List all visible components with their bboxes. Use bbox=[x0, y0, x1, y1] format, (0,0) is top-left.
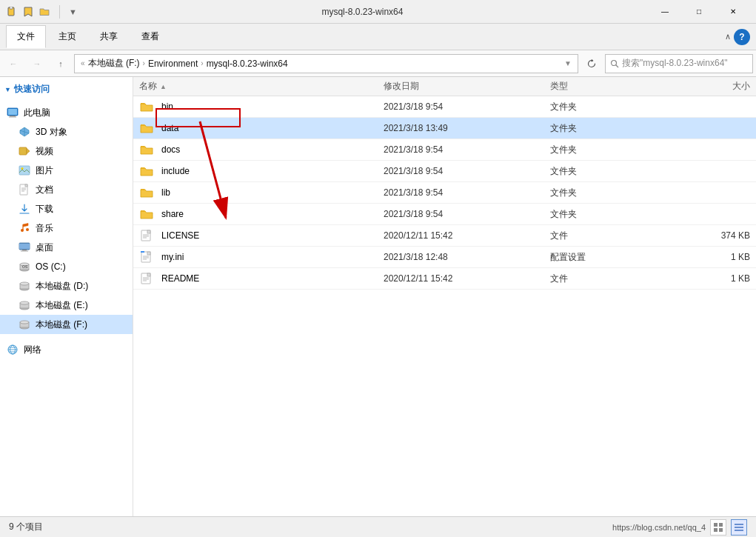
col-date-header[interactable]: 修改日期 bbox=[384, 80, 550, 93]
path-chevron-start: « bbox=[81, 59, 85, 67]
titlebar: ▼ mysql-8.0.23-winx64 — □ ✕ bbox=[0, 0, 756, 24]
tab-file[interactable]: 文件 bbox=[6, 25, 46, 48]
view-details-button[interactable] bbox=[710, 519, 726, 536]
tab-share[interactable]: 共享 bbox=[89, 25, 129, 48]
file-size: 1 KB bbox=[661, 273, 750, 284]
col-size-header[interactable]: 大小 bbox=[661, 80, 750, 93]
file-icon bbox=[139, 100, 154, 113]
sidebar-item-video[interactable]: 视频 bbox=[0, 141, 133, 161]
svg-rect-27 bbox=[21, 251, 28, 252]
refresh-button[interactable] bbox=[581, 53, 602, 74]
svg-rect-7 bbox=[9, 117, 16, 118]
tab-home[interactable]: 主页 bbox=[47, 25, 87, 48]
svg-point-3 bbox=[612, 60, 617, 65]
statusbar-right: https://blog.csdn.net/qq_4 bbox=[612, 519, 747, 536]
table-row[interactable]: LICENSE 2020/12/11 15:42 文件 374 KB bbox=[133, 225, 756, 247]
forward-button[interactable]: → bbox=[27, 53, 47, 74]
titlebar-separator bbox=[59, 5, 60, 19]
statusbar: 9 个项目 https://blog.csdn.net/qq_4 bbox=[0, 516, 756, 537]
file-type: 配置设置 bbox=[550, 251, 661, 264]
svg-point-34 bbox=[20, 282, 29, 285]
svg-line-4 bbox=[616, 64, 619, 67]
file-type: 文件 bbox=[550, 273, 661, 285]
file-icon bbox=[139, 121, 154, 135]
table-row[interactable]: include 2021/3/18 9:54 文件夹 bbox=[133, 161, 756, 182]
file-date: 2021/3/18 12:48 bbox=[384, 252, 550, 262]
col-type-header[interactable]: 类型 bbox=[550, 80, 661, 93]
file-name: data bbox=[161, 123, 178, 133]
svg-point-37 bbox=[20, 301, 29, 304]
svg-rect-65 bbox=[714, 528, 717, 532]
drive-d-icon bbox=[18, 279, 31, 293]
image-icon bbox=[18, 164, 31, 177]
back-button[interactable]: ← bbox=[3, 53, 24, 74]
sidebar-drive-f-label: 本地磁盘 (F:) bbox=[36, 318, 87, 331]
sidebar-item-drive-e[interactable]: 本地磁盘 (E:) bbox=[0, 296, 133, 315]
sidebar-item-thispc[interactable]: 此电脑 bbox=[0, 103, 133, 122]
sidebar-item-drive-d[interactable]: 本地磁盘 (D:) bbox=[0, 276, 133, 296]
docs-icon bbox=[18, 183, 31, 196]
svg-rect-51 bbox=[147, 252, 150, 255]
statusbar-url: https://blog.csdn.net/qq_4 bbox=[612, 523, 706, 532]
table-row[interactable]: lib 2021/3/18 9:54 文件夹 bbox=[133, 182, 756, 204]
table-row[interactable]: docs 2021/3/18 9:54 文件夹 bbox=[133, 139, 756, 161]
sidebar-item-music[interactable]: 音乐 bbox=[0, 219, 133, 238]
file-name: LICENSE bbox=[161, 230, 199, 241]
up-button[interactable]: ↑ bbox=[50, 53, 71, 74]
file-name: share bbox=[161, 209, 184, 219]
help-button[interactable]: ? bbox=[734, 29, 750, 45]
path-part-env[interactable]: Environment bbox=[148, 59, 198, 69]
col-name-header[interactable]: 名称 ▲ bbox=[139, 80, 384, 93]
file-type: 文件夹 bbox=[550, 208, 661, 221]
view-list-button[interactable] bbox=[731, 519, 747, 536]
close-button[interactable]: ✕ bbox=[716, 0, 750, 24]
desktop-icon bbox=[18, 241, 31, 254]
path-part-drive[interactable]: 本地磁盘 (F:) bbox=[88, 57, 140, 70]
address-path[interactable]: « 本地磁盘 (F:) › Environment › mysql-8.0.23… bbox=[74, 54, 578, 73]
file-type: 文件夹 bbox=[550, 122, 661, 135]
sidebar-item-network[interactable]: 网络 bbox=[0, 340, 133, 359]
item-count: 9 个项目 bbox=[9, 521, 43, 533]
sidebar-item-3d[interactable]: 3D 对象 bbox=[0, 122, 133, 141]
svg-rect-26 bbox=[22, 250, 27, 251]
sidebar-item-docs[interactable]: 文档 bbox=[0, 180, 133, 199]
table-row[interactable]: share 2021/3/18 9:54 文件夹 bbox=[133, 204, 756, 225]
file-type: 文件夹 bbox=[550, 101, 661, 113]
maximize-button[interactable]: □ bbox=[682, 0, 716, 24]
tab-view[interactable]: 查看 bbox=[130, 25, 170, 48]
sidebar-item-image[interactable]: 图片 bbox=[0, 161, 133, 180]
sidebar-item-desktop[interactable]: 桌面 bbox=[0, 238, 133, 257]
search-placeholder: 搜索"mysql-8.0.23-winx64" bbox=[622, 57, 728, 70]
clipboard-icon[interactable] bbox=[6, 6, 18, 18]
bookmark-icon[interactable] bbox=[22, 6, 34, 18]
search-box[interactable]: 搜索"mysql-8.0.23-winx64" bbox=[605, 54, 753, 73]
file-name: my.ini bbox=[161, 252, 184, 262]
sidebar-item-drive-f[interactable]: 本地磁盘 (F:) bbox=[0, 315, 133, 334]
svg-point-22 bbox=[21, 229, 24, 232]
path-dropdown-btn[interactable]: ▼ bbox=[564, 59, 572, 67]
folder-icon[interactable] bbox=[39, 6, 50, 18]
path-part-mysql[interactable]: mysql-8.0.23-winx64 bbox=[207, 59, 288, 69]
table-row[interactable]: bin 2021/3/18 9:54 文件夹 bbox=[133, 96, 756, 118]
svg-rect-25 bbox=[19, 244, 30, 249]
sidebar-item-drive-c[interactable]: OS OS (C:) bbox=[0, 257, 133, 276]
sidebar-item-download[interactable]: 下载 bbox=[0, 199, 133, 219]
file-name: lib bbox=[161, 187, 170, 198]
file-rows-container: bin 2021/3/18 9:54 文件夹 data 2021/3/18 13… bbox=[133, 96, 756, 290]
network-icon bbox=[6, 343, 19, 356]
sidebar-quickaccess-label: 快速访问 bbox=[14, 83, 50, 96]
svg-marker-13 bbox=[27, 149, 30, 154]
svg-rect-63 bbox=[714, 523, 717, 527]
table-row[interactable]: my.ini 2021/3/18 12:48 配置设置 1 KB bbox=[133, 247, 756, 268]
search-icon bbox=[610, 59, 619, 68]
ribbon-expand-btn[interactable]: ∧ bbox=[725, 32, 731, 41]
file-date: 2020/12/11 15:42 bbox=[384, 230, 550, 241]
file-icon bbox=[139, 229, 154, 242]
table-row[interactable]: README 2020/12/11 15:42 文件 1 KB bbox=[133, 268, 756, 290]
titlebar-icons: ▼ bbox=[6, 5, 77, 19]
sidebar-group-quickaccess[interactable]: ▼ 快速访问 bbox=[0, 80, 133, 99]
table-row[interactable]: data 2021/3/18 13:49 文件夹 bbox=[133, 118, 756, 139]
minimize-button[interactable]: — bbox=[648, 0, 682, 24]
svg-point-40 bbox=[20, 321, 29, 324]
computer-icon bbox=[6, 106, 19, 119]
